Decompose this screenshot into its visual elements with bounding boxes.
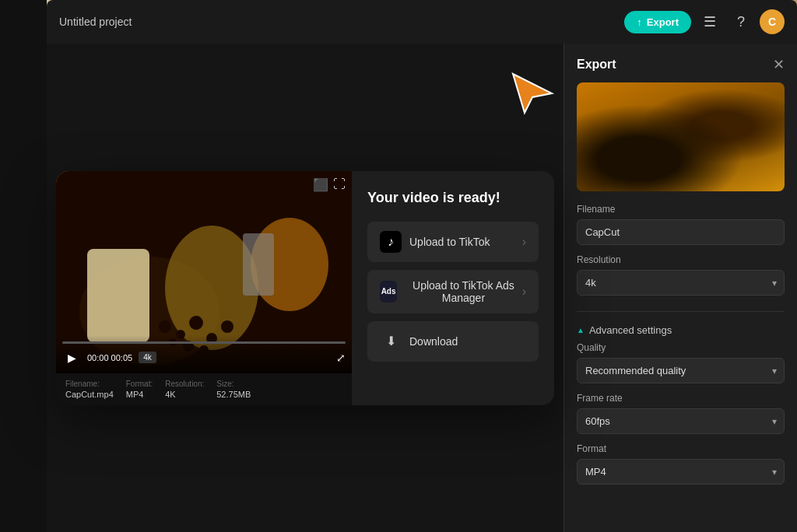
upload-tiktok-left: ♪ Upload to TikTok — [380, 231, 490, 253]
filename-label: Filename — [577, 204, 785, 215]
upload-tiktok-label: Upload to TikTok — [409, 236, 490, 248]
chevron-right-icon: › — [522, 235, 526, 249]
svg-rect-4 — [87, 249, 149, 342]
resolution-select-wrapper: 4k 2k 1080p — [577, 270, 785, 296]
video-ready-modal: ⬛ ⛶ ▶ 00:00 — [56, 171, 554, 405]
time-total: 00:05 — [111, 353, 133, 362]
download-label: Download — [409, 335, 458, 348]
export-panel-close[interactable]: ✕ — [773, 56, 785, 73]
project-title: Untitled project — [59, 16, 132, 28]
meta-format: Format: MP4 — [126, 380, 153, 399]
filename-input[interactable] — [577, 219, 785, 245]
svg-point-7 — [189, 316, 203, 330]
meta-resolution: Resolution: 4K — [165, 380, 204, 399]
video-meta-info: Filename: CapCut.mp4 Format: MP4 Resolut… — [56, 373, 352, 405]
top-bar-actions: ↑ Export ☰ ? C — [624, 9, 785, 34]
framerate-select-wrapper: 60fps 30fps 24fps — [577, 408, 785, 434]
video-frame-container: ⬛ ⛶ ▶ 00:00 — [56, 171, 352, 373]
quality-group: Quality Recommended quality High quality… — [564, 342, 797, 393]
framerate-select[interactable]: 60fps 30fps 24fps — [577, 408, 785, 434]
meta-size: Size: 52.75MB — [216, 380, 251, 399]
upload-ads-button[interactable]: Ads Upload to TikTok Ads Manager › — [367, 270, 539, 313]
modal-overlay: ⬛ ⛶ ▶ 00:00 — [47, 44, 564, 532]
controls-left: ▶ 00:00 00:05 4k — [62, 348, 156, 367]
upload-ads-label: Upload to TikTok Ads Manager — [405, 279, 521, 304]
subtitle-icon[interactable]: ⬛ — [313, 177, 328, 192]
user-avatar[interactable]: C — [760, 9, 785, 34]
video-ready-title: Your video is ready! — [367, 190, 539, 206]
video-preview-pane: ⬛ ⛶ ▶ 00:00 — [56, 171, 352, 405]
resolution-select[interactable]: 4k 2k 1080p — [577, 270, 785, 296]
meta-filename: Filename: CapCut.mp4 — [65, 380, 114, 399]
svg-rect-13 — [243, 233, 274, 296]
app-background: Untitled project ↑ Export ☰ ? C ▷ Export… — [0, 0, 797, 532]
meta-filename-label: Filename: — [65, 380, 114, 388]
format-select[interactable]: MP4 MOV AVI — [577, 459, 785, 485]
format-select-wrapper: MP4 MOV AVI — [577, 459, 785, 485]
export-button[interactable]: ↑ Export — [624, 11, 691, 33]
quality-select-wrapper: Recommended quality High quality Balance… — [577, 358, 785, 383]
modal-top-icons: ⬛ ⛶ — [313, 177, 346, 192]
upload-tiktok-button[interactable]: ♪ Upload to TikTok › — [367, 222, 539, 262]
meta-resolution-label: Resolution: — [165, 380, 204, 388]
video-controls: ▶ 00:00 00:05 4k ⤢ — [56, 335, 352, 373]
download-button[interactable]: ⬇ Download — [367, 321, 539, 362]
download-left: ⬇ Download — [380, 331, 458, 352]
hamburger-button[interactable]: ☰ — [697, 9, 722, 34]
left-sidebar — [0, 0, 47, 532]
modal-top: ⬛ ⛶ ▶ 00:00 — [56, 171, 554, 405]
framerate-group: Frame rate 60fps 30fps 24fps — [564, 393, 797, 443]
fullscreen-icon[interactable]: ⛶ — [333, 177, 346, 192]
chevron-right-icon-2: › — [522, 285, 526, 299]
top-bar: Untitled project ↑ Export ☰ ? C — [47, 0, 797, 44]
resolution-label: Resolution — [577, 254, 785, 265]
meta-resolution-value: 4K — [165, 390, 204, 399]
quality-label: Quality — [577, 342, 785, 353]
progress-bar[interactable] — [62, 341, 346, 344]
meta-size-label: Size: — [216, 380, 251, 388]
divider-1 — [577, 311, 785, 312]
help-button[interactable]: ? — [729, 9, 753, 34]
play-button[interactable]: ▶ — [62, 348, 81, 367]
format-label: Format — [577, 443, 785, 454]
advanced-settings-label: Advanced settings — [589, 324, 672, 336]
filename-group: Filename — [564, 204, 797, 254]
meta-filename-value: CapCut.mp4 — [65, 390, 114, 399]
meta-size-value: 52.75MB — [216, 390, 251, 399]
framerate-label: Frame rate — [577, 393, 785, 404]
export-panel-title: Export — [577, 58, 616, 72]
ads-icon: Ads — [380, 281, 397, 303]
meta-format-label: Format: — [126, 380, 153, 388]
upload-ads-left: Ads Upload to TikTok Ads Manager — [380, 279, 522, 304]
svg-point-5 — [159, 320, 171, 333]
export-panel-header: Export ✕ — [564, 44, 797, 82]
download-arrow-icon: ⬇ — [380, 331, 402, 352]
fullscreen-button[interactable]: ⤢ — [336, 352, 346, 364]
chevron-up-icon: ▲ — [577, 326, 585, 334]
meta-format-value: MP4 — [126, 390, 153, 399]
quality-select[interactable]: Recommended quality High quality Balance… — [577, 358, 785, 383]
resolution-group: Resolution 4k 2k 1080p — [564, 254, 797, 305]
export-panel: Export ✕ Filename Resolution 4k 2k 1080p… — [564, 44, 797, 532]
time-current: 00:00 — [87, 353, 109, 362]
time-display: 00:00 00:05 — [87, 353, 132, 362]
thumbnail-image — [577, 82, 785, 191]
tiktok-icon: ♪ — [380, 231, 402, 253]
export-icon: ↑ — [637, 16, 642, 28]
advanced-settings-toggle[interactable]: ▲ Advanced settings — [564, 318, 797, 342]
format-group: Format MP4 MOV AVI — [564, 443, 797, 494]
modal-actions-panel: Your video is ready! ♪ Upload to TikTok … — [352, 171, 554, 405]
controls-row: ▶ 00:00 00:05 4k ⤢ — [62, 348, 346, 367]
quality-badge: 4k — [139, 352, 156, 363]
export-preview-thumbnail — [577, 82, 785, 191]
svg-point-9 — [221, 320, 233, 333]
